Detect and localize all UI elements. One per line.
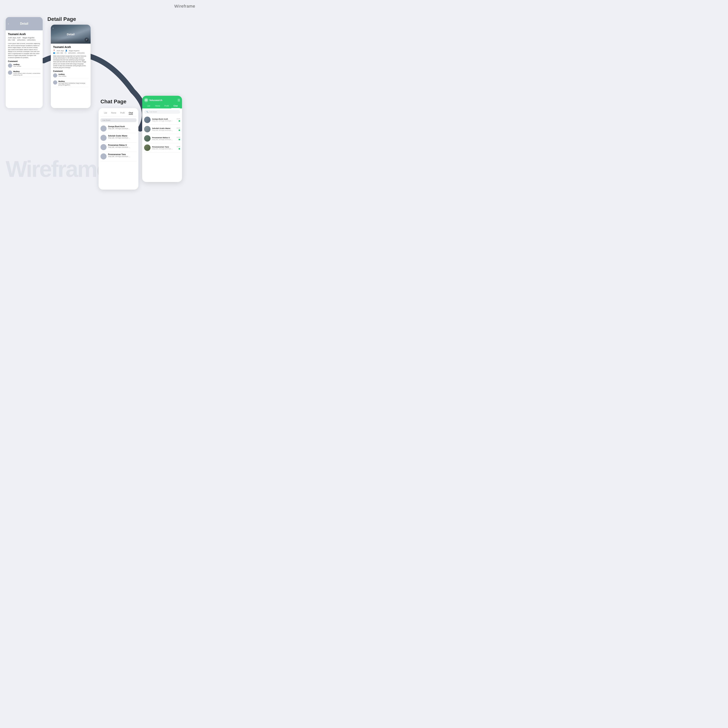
phone-wireframe-body: Tsunami Aceh Aceh Jaya, Aceh Bagas Nugro… <box>6 30 43 80</box>
phone-detail-color: ‹ Detail ✓ Tsunami Aceh 📍 Aceh Jaya 👤 Ba… <box>51 24 90 108</box>
chat-meta-3: 13:09 <box>176 146 180 150</box>
chat-meta-1: 13:09 <box>176 127 180 131</box>
chat-wire-item-2[interactable]: Penanaman Bakau U Siap pak, semoga acara… <box>101 142 136 152</box>
detail-comment-text-1: Your review <box>58 75 66 77</box>
chat-name-wire-0: Gempa Bumi Aceh <box>108 125 130 128</box>
chat-avatar-color-2 <box>144 135 150 142</box>
bottom-nav-wireframe: List Home Profil Chat <box>101 110 136 117</box>
nav-list-wire[interactable]: List <box>104 112 107 115</box>
detail-meta-location: Aceh Jaya <box>57 50 64 52</box>
chat-preview-color-0: Siap pak, semoga acaranya ... <box>152 120 175 122</box>
section-label-detail: Detail Page <box>47 16 76 22</box>
chat-meta-2: 13:09 <box>176 136 180 140</box>
chat-color-item-0[interactable]: Gempa Bumi Aceh Siap pak, semoga acarany… <box>144 115 180 125</box>
bookmark-button[interactable]: ✓ <box>84 38 89 42</box>
chat-wire-item-1[interactable]: Sekolah Gratis Wame Siap pak, semoga aca… <box>101 133 136 142</box>
chat-wire-item-3[interactable]: Penananaman Tana Siap pak, semoga acaran… <box>101 152 136 161</box>
hero-image: ‹ Detail ✓ <box>51 24 90 44</box>
chat-name-wire-3: Penananaman Tana <box>108 153 130 156</box>
chat-header: Volusearch ☰ List Home Profil Chat <box>142 96 182 109</box>
nav-tab-profil[interactable]: Profil <box>162 104 171 109</box>
chat-avatar-wire-1 <box>101 135 107 141</box>
search-bar-color[interactable]: 🔍 Cari Event <box>144 110 180 114</box>
chat-preview-wire-0: Siap pak, semoga acaranya ... <box>108 128 130 130</box>
online-dot-3 <box>179 148 180 150</box>
chat-time-1: 13:09 <box>176 127 180 129</box>
nav-tab-list[interactable]: List <box>144 104 153 109</box>
comment-text-2: Lorem ipsum dolor sit amet, consectetur … <box>13 72 40 76</box>
body-text: Lorem ipsum dolor sit amet, consectetur … <box>8 43 40 58</box>
detail-meta-row-1: 📍 Aceh Jaya 👤 Bagas Nugroho <box>53 50 88 52</box>
people-icon: 👥 <box>53 52 55 54</box>
chat-info-color-3: Penananaman Tana Siap pak, semoga acaran… <box>152 146 175 150</box>
chat-time-2: 13:09 <box>176 136 180 138</box>
comment-text-1: Your review <box>13 66 21 67</box>
chat-preview-color-2: Siap pak, semoga acaranya ... <box>152 139 175 140</box>
back-button[interactable]: ‹ <box>8 22 9 25</box>
nav-tab-chat[interactable]: Chat <box>171 104 180 109</box>
chat-info-color-1: Sekolah Gratis Wame Siap pak, semoga aca… <box>152 127 175 131</box>
menu-icon[interactable]: ☰ <box>177 98 180 102</box>
search-bar-wireframe[interactable]: Cari Event <box>101 118 136 122</box>
detail-meta-row-2: 👥 291 / 300 🕐 10/01/2021 - 15/01/2021 <box>53 52 88 54</box>
chat-avatar-color-3 <box>144 144 150 151</box>
detail-comment-avatar-1 <box>53 73 57 78</box>
search-icon: 🔍 <box>146 111 148 113</box>
detail-comment-name-2: Muzboy <box>58 80 88 82</box>
online-dot-1 <box>179 130 180 131</box>
chat-preview-wire-3: Siap pak, semoga acaranya ... <box>108 156 130 158</box>
detail-comment-content-1: roniboy Your review <box>58 73 66 77</box>
detail-comment-2: Muzboy Semoga diberi ketabahan bagi kelu… <box>53 80 88 87</box>
detail-meta-date: 10/01/2021 - 15/01/2021 <box>68 52 84 54</box>
comment-title: Comment <box>8 60 40 63</box>
chat-info-wire-1: Sekolah Gratis Wame Siap pak, semoga aca… <box>108 135 130 139</box>
chat-wireframe-body: List Home Profil Chat Cari Event Gempa B… <box>99 108 138 190</box>
phone-chat-color: Volusearch ☰ List Home Profil Chat 🔍 Car… <box>142 96 182 182</box>
chat-info-wire-0: Gempa Bumi Aceh Siap pak, semoga acarany… <box>108 125 130 130</box>
logo-area: Volusearch <box>144 98 162 102</box>
nav-home-wire[interactable]: Home <box>111 112 116 115</box>
online-dot-2 <box>179 139 180 140</box>
detail-comment-avatar-2 <box>53 80 57 84</box>
chat-color-item-1[interactable]: Sekolah Gratis Wame Siap pak, semoga aca… <box>144 125 180 134</box>
chat-name-wire-2: Penanaman Bakau U <box>108 144 130 146</box>
chat-name-color-1: Sekolah Gratis Wame <box>152 127 175 129</box>
page-label: Wireframe <box>174 4 195 9</box>
nav-chat-wire[interactable]: Chat <box>129 112 133 115</box>
event-title: Tsunami Aceh <box>8 33 40 36</box>
chat-avatar-color-0 <box>144 116 150 123</box>
chat-preview-wire-2: Siap pak, semoga acaranya ... <box>108 146 130 148</box>
chat-preview-wire-1: Siap pak, semoga acaranya ... <box>108 137 130 139</box>
nav-tab-home[interactable]: Home <box>153 104 162 109</box>
phone-chat-wireframe: List Home Profil Chat Cari Event Gempa B… <box>99 108 138 190</box>
chat-color-item-2[interactable]: Penanaman Bakau U Siap pak, semoga acara… <box>144 134 180 143</box>
app-name: Volusearch <box>149 99 162 102</box>
chat-name-wire-1: Sekolah Gratis Wame <box>108 135 130 137</box>
chat-avatar-color-1 <box>144 126 150 132</box>
chat-preview-color-3: Siap pak, semoga acaranya ... <box>152 148 175 150</box>
detail-comment-text-2: Semoga diberi ketabahan bagi keluarga ya… <box>58 82 88 86</box>
online-dot-0 <box>179 120 180 122</box>
comment-name-1: roniboy <box>13 64 21 66</box>
detail-body-text: Kabar duka kembali menghentak bumi perti… <box>53 55 88 69</box>
chat-color-item-3[interactable]: Penananaman Tana Siap pak, semoga acaran… <box>144 143 180 153</box>
search-placeholder-color: Cari Event <box>149 111 157 113</box>
comment-item-1: roniboy Your review <box>8 64 40 69</box>
chat-name-color-2: Penanaman Bakau U <box>152 136 175 139</box>
detail-meta-author: Bagas Nugroho <box>69 50 80 52</box>
comment-item-2: Muzboy Lorem ipsum dolor sit amet, conse… <box>8 70 40 77</box>
phone-wireframe-detail: ‹ Detail Tsunami Aceh Aceh Jaya, Aceh Ba… <box>6 17 43 108</box>
comment-content-2: Muzboy Lorem ipsum dolor sit amet, conse… <box>13 70 40 76</box>
chat-name-color-3: Penananaman Tana <box>152 146 175 148</box>
meta-count: 291 / 300 <box>8 39 15 41</box>
nav-profil-wire[interactable]: Profil <box>120 112 125 115</box>
section-label-chat: Chat Page <box>101 99 127 105</box>
meta-date: 10/01/2021 - 15/01/2021 <box>17 39 36 41</box>
chat-wire-item-0[interactable]: Gempa Bumi Aceh Siap pak, semoga acarany… <box>101 124 136 133</box>
chat-name-color-0: Gempa Bumi Aceh <box>152 118 175 120</box>
chat-color-body: 🔍 Cari Event Gempa Bumi Aceh Siap pak, s… <box>142 109 182 154</box>
header-title-detail: Detail <box>67 33 75 36</box>
chat-header-nav: List Home Profil Chat <box>144 104 180 109</box>
back-button-detail[interactable]: ‹ <box>53 26 54 29</box>
chat-avatar-wire-3 <box>101 153 107 159</box>
